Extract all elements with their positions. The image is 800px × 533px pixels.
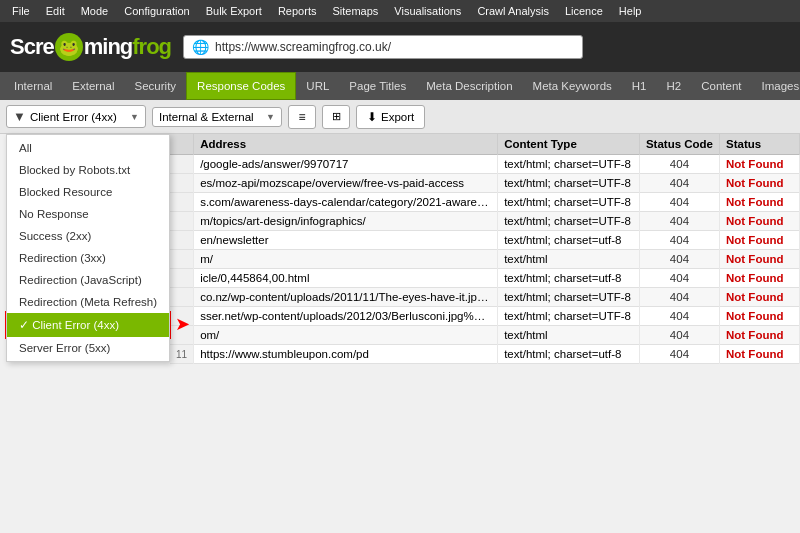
tab-response-codes[interactable]: Response Codes <box>186 72 296 100</box>
tab-meta-description[interactable]: Meta Description <box>416 72 522 100</box>
table-row[interactable]: sser.net/wp-content/uploads/2012/03/Berl… <box>170 307 800 326</box>
list-icon: ≡ <box>298 110 305 124</box>
filter-dropdown-menu: AllBlocked by Robots.txtBlocked Resource… <box>6 134 170 362</box>
cell-status: Not Found <box>720 345 800 364</box>
url-display: https://www.screamingfrog.co.uk/ <box>215 40 391 54</box>
dropdown-item-8[interactable]: ✓ Client Error (4xx) <box>7 313 169 337</box>
logo-text-frog: frog <box>132 34 171 60</box>
table-row[interactable]: es/moz-api/mozscape/overview/free-vs-pai… <box>170 174 800 193</box>
table-row[interactable]: om/ text/html 404 Not Found <box>170 326 800 345</box>
cell-status: Not Found <box>720 212 800 231</box>
table-row[interactable]: co.nz/wp-content/uploads/2011/11/The-eye… <box>170 288 800 307</box>
logo-frog-icon: 🐸 <box>55 33 83 61</box>
cell-address: icle/0,445864,00.html <box>194 269 498 288</box>
tab-h1[interactable]: H1 <box>622 72 657 100</box>
menu-mode[interactable]: Mode <box>73 3 117 19</box>
row-number <box>170 193 194 212</box>
cell-content-type: text/html; charset=UTF-8 <box>498 288 640 307</box>
cell-content-type: text/html; charset=UTF-8 <box>498 174 640 193</box>
cell-content-type: text/html; charset=UTF-8 <box>498 193 640 212</box>
cell-address: en/newsletter <box>194 231 498 250</box>
globe-icon: 🌐 <box>192 39 209 55</box>
cell-address: sser.net/wp-content/uploads/2012/03/Berl… <box>194 307 498 326</box>
row-number <box>170 231 194 250</box>
tab-content[interactable]: Content <box>691 72 751 100</box>
export-label: Export <box>381 111 414 123</box>
tab-internal[interactable]: Internal <box>4 72 62 100</box>
table-row[interactable]: en/newsletter text/html; charset=utf-8 4… <box>170 231 800 250</box>
header-bar: Scre 🐸 ming frog 🌐 https://www.screaming… <box>0 22 800 72</box>
cell-address: m/topics/art-design/infographics/ <box>194 212 498 231</box>
tab-images[interactable]: Images <box>752 72 801 100</box>
table-row[interactable]: 11 https://www.stumbleupon.com/pd text/h… <box>170 345 800 364</box>
dropdown-item-0[interactable]: All <box>7 137 169 159</box>
col-status-code: Status Code <box>639 134 719 155</box>
tab-meta-keywords[interactable]: Meta Keywords <box>523 72 622 100</box>
cell-address: om/ <box>194 326 498 345</box>
dropdown-item-4[interactable]: Success (2xx) <box>7 225 169 247</box>
logo-text-scre: Scre <box>10 34 54 60</box>
scope-dropdown[interactable]: Internal & External ▼ <box>152 107 282 127</box>
chart-icon: ⊞ <box>332 110 341 123</box>
menu-bulk-export[interactable]: Bulk Export <box>198 3 270 19</box>
dropdown-item-2[interactable]: Blocked Resource <box>7 181 169 203</box>
menu-edit[interactable]: Edit <box>38 3 73 19</box>
cell-status-code: 404 <box>639 174 719 193</box>
row-number <box>170 250 194 269</box>
menu-visualisations[interactable]: Visualisations <box>386 3 469 19</box>
cell-status-code: 404 <box>639 288 719 307</box>
table-row[interactable]: icle/0,445864,00.html text/html; charset… <box>170 269 800 288</box>
tab-external[interactable]: External <box>62 72 124 100</box>
menu-sitemaps[interactable]: Sitemaps <box>324 3 386 19</box>
dropdown-item-1[interactable]: Blocked by Robots.txt <box>7 159 169 181</box>
chart-view-button[interactable]: ⊞ <box>322 105 350 129</box>
export-button[interactable]: ⬇ Export <box>356 105 425 129</box>
filter-arrow-icon: ▼ <box>130 112 139 122</box>
cell-status: Not Found <box>720 250 800 269</box>
results-table: Address Content Type Status Code Status … <box>170 134 800 364</box>
cell-status: Not Found <box>720 231 800 250</box>
dropdown-item-5[interactable]: Redirection (3xx) <box>7 247 169 269</box>
logo-text-ming: ming <box>84 34 133 60</box>
table-row[interactable]: m/ text/html 404 Not Found <box>170 250 800 269</box>
tab-page-titles[interactable]: Page Titles <box>339 72 416 100</box>
menu-reports[interactable]: Reports <box>270 3 325 19</box>
list-view-button[interactable]: ≡ <box>288 105 316 129</box>
table-row[interactable]: s.com/awareness-days-calendar/category/2… <box>170 193 800 212</box>
row-number <box>170 174 194 193</box>
cell-status-code: 404 <box>639 345 719 364</box>
cell-status-code: 404 <box>639 326 719 345</box>
cell-content-type: text/html; charset=UTF-8 <box>498 307 640 326</box>
menu-configuration[interactable]: Configuration <box>116 3 197 19</box>
cell-content-type: text/html; charset=utf-8 <box>498 269 640 288</box>
cell-status-code: 404 <box>639 155 719 174</box>
tab-security[interactable]: Security <box>125 72 187 100</box>
cell-content-type: text/html; charset=UTF-8 <box>498 212 640 231</box>
url-bar[interactable]: 🌐 https://www.screamingfrog.co.uk/ <box>183 35 583 59</box>
menu-file[interactable]: File <box>4 3 38 19</box>
filter-dropdown[interactable]: ▼ Client Error (4xx) ▼ <box>6 105 146 128</box>
menu-licence[interactable]: Licence <box>557 3 611 19</box>
menu-help[interactable]: Help <box>611 3 650 19</box>
dropdown-item-9[interactable]: Server Error (5xx) <box>7 337 169 359</box>
dropdown-item-3[interactable]: No Response <box>7 203 169 225</box>
cell-content-type: text/html; charset=utf-8 <box>498 231 640 250</box>
cell-content-type: text/html <box>498 250 640 269</box>
table-row[interactable]: m/topics/art-design/infographics/ text/h… <box>170 212 800 231</box>
col-num <box>170 134 194 155</box>
tab-url[interactable]: URL <box>296 72 339 100</box>
cell-status: Not Found <box>720 155 800 174</box>
cell-status: Not Found <box>720 269 800 288</box>
cell-status-code: 404 <box>639 193 719 212</box>
dropdown-item-6[interactable]: Redirection (JavaScript) <box>7 269 169 291</box>
scope-label: Internal & External <box>159 111 254 123</box>
app-logo: Scre 🐸 ming frog <box>10 33 171 61</box>
col-content-type: Content Type <box>498 134 640 155</box>
main-content: AllBlocked by Robots.txtBlocked Resource… <box>0 134 800 533</box>
cell-status: Not Found <box>720 307 800 326</box>
row-number <box>170 288 194 307</box>
menu-crawl-analysis[interactable]: Crawl Analysis <box>469 3 557 19</box>
tab-h2[interactable]: H2 <box>657 72 692 100</box>
table-row[interactable]: /google-ads/answer/9970717 text/html; ch… <box>170 155 800 174</box>
dropdown-item-7[interactable]: Redirection (Meta Refresh) <box>7 291 169 313</box>
